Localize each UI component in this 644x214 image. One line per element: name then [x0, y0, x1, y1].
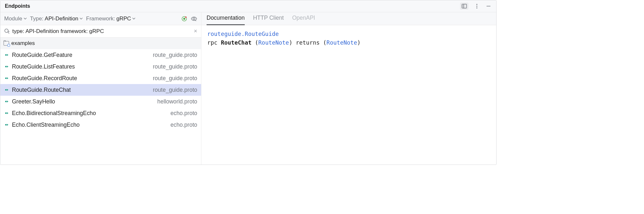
endpoint-name: RouteGuide.ListFeatures [12, 63, 150, 70]
endpoint-name: Echo.BidirectionalStreamingEcho [12, 110, 167, 117]
group-header[interactable]: examples [0, 37, 201, 49]
response-type-link[interactable]: RouteNote [327, 39, 357, 46]
endpoint-icon [4, 88, 9, 92]
folder-icon [4, 41, 9, 46]
endpoint-icon [4, 112, 9, 115]
endpoints-panel: Module Type: API-Definition Framework: g… [0, 12, 201, 165]
svg-point-6 [476, 5, 477, 6]
group-name: examples [11, 40, 35, 47]
filter-type-label: Type: [30, 16, 44, 22]
filter-type-value: API-Definition [45, 16, 78, 22]
title-bar: Endpoints [0, 0, 496, 12]
title-bar-actions [460, 3, 492, 10]
target-icon[interactable] [181, 16, 188, 22]
endpoint-name: Greeter.SayHello [12, 98, 154, 105]
endpoint-name: RouteGuide.RouteChat [12, 87, 150, 93]
request-type-link[interactable]: RouteNote [258, 39, 289, 46]
tab-openapi[interactable]: OpenAPI [292, 12, 315, 25]
chevron-down-icon [80, 17, 83, 20]
rpc-method: RouteChat [221, 39, 252, 46]
endpoint-file: route_guide.proto [153, 87, 197, 93]
endpoint-row[interactable]: RouteGuide.ListFeaturesroute_guide.proto [0, 61, 201, 72]
preview-icon[interactable] [191, 16, 197, 22]
clear-search-button[interactable]: × [194, 28, 197, 35]
svg-point-13 [5, 29, 8, 33]
svg-point-5 [476, 4, 477, 5]
filter-module[interactable]: Module [4, 16, 27, 22]
panel-title: Endpoints [5, 3, 30, 9]
endpoint-icon [4, 100, 9, 103]
endpoint-row[interactable]: RouteGuide.GetFeatureroute_guide.proto [0, 49, 201, 61]
endpoint-icon [4, 77, 9, 80]
filter-module-label: Module [4, 16, 22, 22]
endpoint-row[interactable]: Greeter.SayHellohelloworld.proto [0, 96, 201, 107]
tab-http-client[interactable]: HTTP Client [253, 12, 284, 25]
endpoint-file: route_guide.proto [153, 75, 197, 82]
endpoint-icon [4, 53, 9, 57]
search-icon [4, 28, 10, 34]
chevron-down-icon [132, 17, 135, 20]
search-bar[interactable]: type: API-Definition framework: gRPC × [0, 25, 201, 37]
details-panel: DocumentationHTTP ClientOpenAPI routegui… [201, 12, 496, 165]
svg-point-10 [183, 17, 185, 19]
search-query: type: API-Definition framework: gRPC [12, 28, 191, 35]
endpoint-file: helloworld.proto [157, 98, 197, 105]
service-link[interactable]: routeguide.RouteGuide [207, 31, 279, 37]
endpoint-list: RouteGuide.GetFeatureroute_guide.protoRo… [0, 49, 201, 165]
rpc-keyword: rpc [207, 39, 218, 46]
filter-type[interactable]: Type: API-Definition [30, 16, 83, 22]
tabs-bar: DocumentationHTTP ClientOpenAPI [201, 12, 496, 25]
main-area: Module Type: API-Definition Framework: g… [0, 12, 496, 165]
toggle-layout-button[interactable] [460, 3, 468, 10]
endpoint-file: route_guide.proto [153, 63, 197, 70]
chevron-down-icon [24, 17, 27, 20]
minimize-button[interactable] [485, 3, 492, 9]
more-options-button[interactable] [474, 3, 480, 9]
endpoint-file: route_guide.proto [153, 52, 197, 59]
endpoint-row[interactable]: Echo.BidirectionalStreamingEchoecho.prot… [0, 107, 201, 119]
svg-point-7 [476, 7, 477, 8]
endpoint-name: Echo.ClientStreamingEcho [12, 122, 167, 128]
endpoint-icon [4, 123, 9, 127]
tab-documentation[interactable]: Documentation [207, 12, 245, 25]
filter-framework[interactable]: Framework: gRPC [86, 16, 135, 22]
endpoint-name: RouteGuide.GetFeature [12, 52, 150, 59]
endpoint-name: RouteGuide.RecordRoute [12, 75, 150, 82]
svg-point-11 [185, 16, 187, 18]
filter-framework-label: Framework: [86, 16, 115, 22]
returns-keyword: returns [296, 39, 320, 46]
svg-point-12 [193, 18, 195, 20]
filter-bar: Module Type: API-Definition Framework: g… [0, 12, 201, 25]
endpoint-file: echo.proto [170, 122, 197, 128]
endpoint-file: echo.proto [170, 110, 197, 117]
endpoint-row[interactable]: Echo.ClientStreamingEchoecho.proto [0, 119, 201, 131]
svg-line-14 [8, 32, 9, 33]
endpoint-icon [4, 65, 9, 69]
endpoint-row[interactable]: RouteGuide.RecordRouteroute_guide.proto [0, 72, 201, 84]
endpoint-row[interactable]: RouteGuide.RouteChatroute_guide.proto [0, 84, 201, 96]
filter-framework-value: gRPC [116, 16, 131, 22]
documentation-content: routeguide.RouteGuide rpc RouteChat (Rou… [201, 25, 496, 52]
